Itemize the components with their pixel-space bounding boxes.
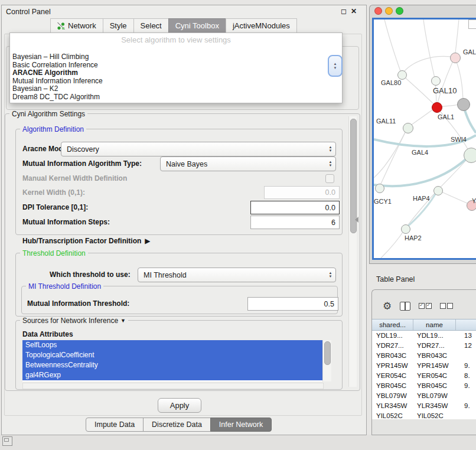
attributes-hscrollbar[interactable] [22, 383, 324, 389]
attributes-scrollbar-thumb[interactable] [324, 341, 331, 365]
table-cell: YDL19... [413, 331, 456, 341]
network-node[interactable] [401, 224, 410, 234]
combo-stepper-icon: ▲▼ [325, 272, 335, 278]
settings-scrollbar-thumb[interactable] [350, 119, 357, 233]
restore-panel-icon[interactable] [2, 436, 12, 446]
data-attribute-item[interactable]: BetweennessCentrality [22, 360, 322, 370]
network-node[interactable] [431, 76, 441, 86]
tab-network[interactable]: Network [50, 18, 103, 33]
network-node[interactable] [450, 53, 461, 63]
select-all-columns-icon[interactable] [419, 303, 432, 309]
network-node-label: GAL10 [433, 86, 457, 95]
kernel-width-field[interactable]: 0.0 [264, 186, 340, 199]
float-icon[interactable]: ◻ [341, 7, 347, 15]
control-panel-tabs: NetworkStyleSelectCyni ToolboxjActiveMNo… [51, 18, 297, 33]
sources-legend[interactable]: Sources for Network Inference ▼ [20, 317, 128, 325]
algorithm-option[interactable]: Basic Correlation Inference [11, 61, 341, 70]
close-button[interactable] [374, 7, 382, 15]
tab-select[interactable]: Select [133, 18, 169, 33]
table-cell: YBL079W [372, 391, 413, 401]
mi-type-select[interactable]: Naive Bayes ▲▼ [160, 156, 336, 171]
table-body: YDL19...YDL19...13YDR27...YDR27...12YBR0… [372, 331, 476, 419]
network-node-label: GAL11 [376, 118, 396, 125]
settings-scrollbar[interactable] [348, 116, 357, 387]
mi-threshold-value: 0.5 [324, 300, 334, 308]
mi-threshold-field[interactable]: 0.5 [247, 297, 338, 311]
mi-steps-value: 6 [331, 219, 335, 227]
algorithm-option[interactable]: Dream8 DC_TDC Algorithm [11, 93, 341, 102]
network-node[interactable] [457, 98, 470, 111]
table-row[interactable]: YDR27...YDR27...12 [372, 341, 476, 351]
attributes-scrollbar[interactable] [322, 340, 331, 381]
network-node-label: GAL [463, 48, 476, 56]
apply-button[interactable]: Apply [158, 398, 201, 413]
sources-title: Sources for Network Inference [22, 317, 118, 325]
table-cell [456, 391, 476, 401]
aracne-mode-value: Discovery [61, 145, 325, 154]
algorithm-option[interactable]: Bayesian – Hill Climbing [11, 53, 341, 61]
aracne-mode-select[interactable]: Discovery ▲▼ [61, 142, 336, 156]
network-node[interactable] [432, 102, 442, 113]
table-row[interactable]: YDL19...YDL19...13 [372, 331, 476, 341]
bottom-tab-discretize-data[interactable]: Discretize Data [143, 418, 211, 432]
network-node[interactable] [403, 123, 413, 133]
network-node[interactable] [433, 186, 443, 195]
panel-collapse-arrow[interactable] [355, 217, 358, 223]
mi-steps-field[interactable]: 6 [250, 216, 340, 229]
table-row[interactable]: YIL052CYIL052C [372, 411, 476, 419]
network-node[interactable] [397, 70, 407, 80]
table-cell: YER054C [372, 371, 413, 381]
gear-icon[interactable]: ⚙ [383, 301, 392, 311]
algorithm-list: Bayesian – Hill ClimbingBasic Correlatio… [11, 53, 341, 102]
manual-kernel-checkbox[interactable] [325, 174, 334, 183]
table-cell: 8. [456, 371, 476, 381]
minimize-button[interactable] [385, 7, 393, 15]
algorithm-option[interactable]: Bayesian – K2 [11, 85, 341, 93]
hub-definition-expander[interactable]: Hub/Transcription Factor Definition ▶ [22, 237, 151, 245]
data-attribute-item[interactable]: TopologicalCoefficient [22, 350, 322, 360]
canvas-scrollbar-button[interactable] [468, 19, 476, 29]
columns-icon[interactable] [400, 302, 410, 311]
algorithm-option[interactable]: ARACNE Algorithm [11, 69, 341, 77]
table-header-cell[interactable]: shared... [372, 319, 413, 330]
table-row[interactable]: YBR043CYBR043C [372, 351, 476, 361]
table-row[interactable]: YBL079WYBL079W [372, 391, 476, 401]
bottom-tab-infer-network[interactable]: Infer Network [210, 418, 272, 432]
data-attribute-item[interactable]: gal4RGexp [22, 370, 322, 380]
table-cell: YDR27... [413, 341, 456, 351]
combo-focus-stepper[interactable]: ▲▼ [328, 55, 343, 77]
data-attribute-item[interactable]: SelfLoops [22, 340, 322, 350]
table-cell: YIL052C [372, 411, 413, 419]
table-cell: YBL079W [413, 391, 456, 401]
tab-cyni-toolbox[interactable]: Cyni Toolbox [168, 18, 226, 33]
algorithm-placeholder: Select algorithm to view settings [10, 35, 342, 44]
tab-label: jActiveMNodules [233, 21, 290, 30]
close-icon[interactable]: ✕ [351, 7, 357, 15]
table-row[interactable]: YPR145WYPR145W9. [372, 361, 476, 371]
collapse-down-icon: ▼ [120, 317, 126, 325]
combo-stepper-icon: ▲▼ [325, 161, 335, 167]
dpi-tolerance-field[interactable]: 0.0 [250, 201, 340, 214]
kernel-width-value: 0.0 [325, 188, 335, 197]
which-threshold-select[interactable]: MI Threshold ▲▼ [138, 268, 336, 282]
table-header-cell[interactable] [456, 319, 476, 330]
table-cell: YDL19... [372, 331, 413, 341]
tab-jactivemnodules[interactable]: jActiveMNodules [226, 18, 297, 33]
table-row[interactable]: YLR345WYLR345W9. [372, 401, 476, 411]
table-row[interactable]: YER054CYER054C8. [372, 371, 476, 381]
attributes-list[interactable]: SelfLoopsTopologicalCoefficientBetweenne… [22, 340, 322, 381]
bottom-tab-impute-data[interactable]: Impute Data [86, 418, 144, 432]
network-node[interactable] [375, 184, 384, 193]
table-header-cell[interactable]: name [413, 319, 456, 330]
algorithm-definition-legend: Algorithm Definition [20, 125, 86, 133]
zoom-button[interactable] [396, 7, 403, 15]
network-canvas[interactable]: GALGAL80GAL10GAL11GAL1SWI4GAL4GCY1HAP4YH… [372, 18, 476, 260]
tab-style[interactable]: Style [103, 18, 134, 33]
table-row[interactable]: YBR045CYBR045C9. [372, 381, 476, 391]
deselect-columns-icon[interactable] [440, 303, 453, 309]
network-node-label: GAL1 [438, 113, 454, 120]
tab-label: Network [68, 21, 96, 30]
algorithm-option[interactable]: Mutual Information Inference [11, 77, 341, 86]
tab-label: Style [110, 21, 127, 30]
network-node[interactable] [464, 148, 476, 163]
